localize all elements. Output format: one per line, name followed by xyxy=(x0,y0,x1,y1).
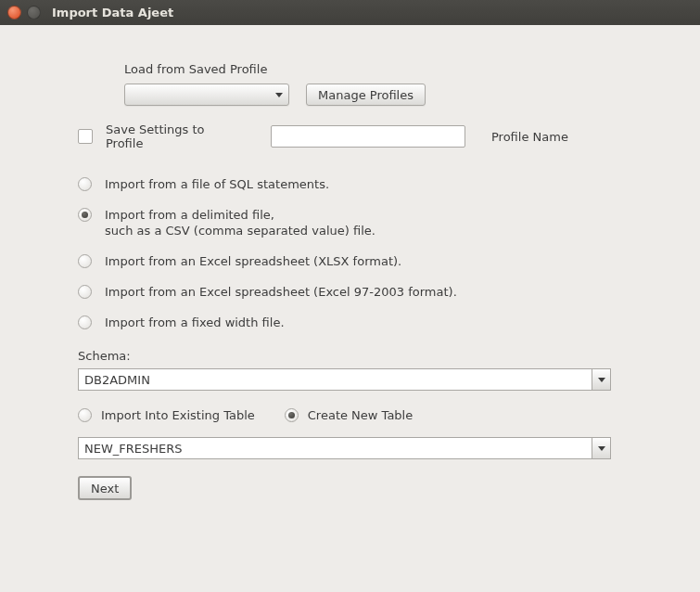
radio-import-delimited-label: Import from a delimited file, such as a … xyxy=(105,207,375,238)
radio-import-fixed-label: Import from a fixed width file. xyxy=(105,315,285,330)
import-type-group: Import from a file of SQL statements. Im… xyxy=(78,176,611,330)
chevron-down-icon xyxy=(275,93,283,97)
schema-value: DB2ADMIN xyxy=(79,373,592,387)
window-title: Import Data Ajeet xyxy=(52,6,173,19)
radio-import-xlsx[interactable] xyxy=(78,254,92,268)
schema-label: Schema: xyxy=(78,349,611,363)
close-icon[interactable] xyxy=(7,6,21,19)
table-name-value: NEW_FRESHERS xyxy=(79,442,592,456)
radio-import-xls9703[interactable] xyxy=(78,285,92,299)
load-profile-label: Load from Saved Profile xyxy=(124,62,267,76)
window-titlebar: Import Data Ajeet xyxy=(0,0,700,25)
schema-combo[interactable]: DB2ADMIN xyxy=(78,368,611,391)
save-settings-label: Save Settings to Profile xyxy=(106,122,217,150)
next-button[interactable]: Next xyxy=(78,476,132,500)
radio-existing-table-label: Import Into Existing Table xyxy=(101,408,255,422)
minimize-icon[interactable] xyxy=(27,6,41,19)
manage-profiles-button[interactable]: Manage Profiles xyxy=(306,84,426,106)
radio-existing-table[interactable] xyxy=(78,408,92,422)
radio-create-table-label: Create New Table xyxy=(308,408,413,422)
schema-combo-arrow[interactable] xyxy=(592,369,610,390)
radio-import-sql-label: Import from a file of SQL statements. xyxy=(105,176,329,192)
table-combo-arrow[interactable] xyxy=(592,438,610,458)
profile-name-input[interactable] xyxy=(271,125,465,148)
radio-import-sql[interactable] xyxy=(78,177,92,191)
radio-import-xls9703-label: Import from an Excel spreadsheet (Excel … xyxy=(105,284,457,300)
radio-import-delimited[interactable] xyxy=(78,208,92,222)
table-name-combo[interactable]: NEW_FRESHERS xyxy=(78,437,611,459)
saved-profile-dropdown[interactable] xyxy=(124,84,289,106)
radio-import-fixed[interactable] xyxy=(78,315,92,329)
save-settings-checkbox[interactable] xyxy=(78,129,93,144)
dialog-body: Load from Saved Profile Manage Profiles … xyxy=(0,25,700,592)
profile-name-label: Profile Name xyxy=(491,130,568,144)
radio-import-xlsx-label: Import from an Excel spreadsheet (XLSX f… xyxy=(105,253,401,269)
radio-create-table[interactable] xyxy=(285,408,299,422)
destination-group: Import Into Existing Table Create New Ta… xyxy=(78,407,611,422)
